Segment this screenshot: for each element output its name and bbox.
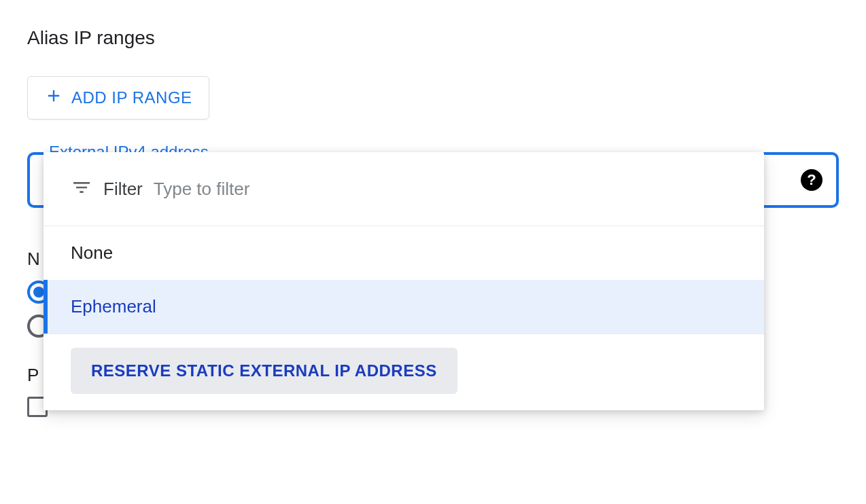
filter-icon <box>71 177 92 201</box>
dropdown-option-none[interactable]: None <box>44 226 764 280</box>
filter-label: Filter <box>103 179 143 200</box>
external-ipv4-field-container: External IPv4 address ? Filter Type to f… <box>27 152 839 208</box>
dropdown-footer: RESERVE STATIC EXTERNAL IP ADDRESS <box>44 334 764 410</box>
add-ip-range-button[interactable]: ADD IP RANGE <box>27 76 209 120</box>
reserve-static-ip-button[interactable]: RESERVE STATIC EXTERNAL IP ADDRESS <box>71 348 457 394</box>
help-icon[interactable]: ? <box>801 169 822 191</box>
external-ipv4-dropdown: Filter Type to filter None Ephemeral RES… <box>44 152 764 410</box>
plus-icon <box>44 86 63 109</box>
dropdown-filter-row[interactable]: Filter Type to filter <box>44 152 764 226</box>
filter-input-placeholder[interactable]: Type to filter <box>154 179 250 200</box>
add-button-label: ADD IP RANGE <box>71 88 192 107</box>
dropdown-option-ephemeral[interactable]: Ephemeral <box>44 280 764 334</box>
section-title: Alias IP ranges <box>27 27 839 49</box>
